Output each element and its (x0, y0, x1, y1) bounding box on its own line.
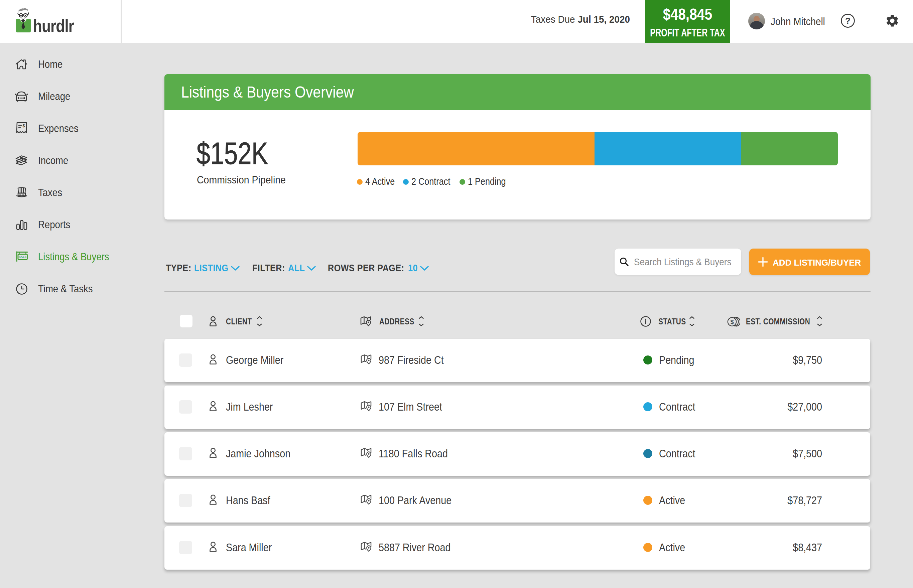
svg-text:$: $ (23, 123, 25, 128)
svg-text:$: $ (730, 319, 734, 325)
svg-text:?: ? (845, 16, 850, 26)
svg-text:SALE: SALE (19, 255, 27, 258)
